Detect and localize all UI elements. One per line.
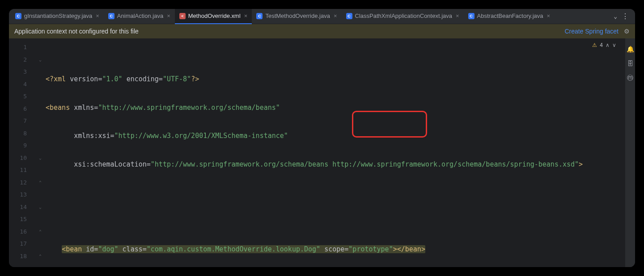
next-highlight-button[interactable]: ∨ <box>612 42 616 48</box>
java-file-icon: C <box>468 13 475 19</box>
line-number: 18 <box>9 250 35 263</box>
close-icon[interactable]: × <box>547 13 551 19</box>
fold-toggle[interactable]: ⌃ <box>35 250 46 263</box>
java-file-icon: C <box>108 13 114 19</box>
code-content[interactable]: ⚠ 4 ∧ ∨ <?xml version="1.0" encoding="UT… <box>46 38 629 267</box>
create-spring-facet-link[interactable]: Create Spring facet <box>564 28 619 35</box>
line-number: 17 <box>9 238 35 250</box>
editor-area[interactable]: 1 2 3 4 5 6 7 8 9 10 11 12 13 14 15 16 1… <box>9 38 635 267</box>
editor-tabbar: C gInstantiationStrategy.java × C Animal… <box>9 9 635 24</box>
right-toolbar: 🔔 🗄 ⓜ <box>625 38 635 267</box>
close-icon[interactable]: × <box>244 13 248 19</box>
code-line[interactable]: <bean id="dog" class="com.aqin.custom.Me… <box>46 243 629 256</box>
tab-animal-action[interactable]: C AnimalAction.java × <box>104 9 175 24</box>
tab-label: TestMethodOverride.java <box>265 13 330 19</box>
line-number: 6 <box>9 103 35 115</box>
line-number: 9 <box>9 139 35 152</box>
close-icon[interactable]: × <box>456 13 459 19</box>
java-file-icon: C <box>346 13 352 19</box>
notifications-tool-icon[interactable]: 🔔 <box>627 46 634 53</box>
line-gutter: 1 2 3 4 5 6 7 8 9 10 11 12 13 14 15 16 1… <box>9 38 35 267</box>
line-number: 10 <box>9 152 35 164</box>
fold-column: ⌄ ⌄ ⌃ ⌄ ⌃ ⌃ <box>35 38 46 267</box>
line-number: 1 <box>9 41 35 54</box>
more-tabs-button[interactable]: ⌄ <box>614 13 617 20</box>
code-line[interactable]: <beans xmlns="http://www.springframework… <box>46 102 629 114</box>
xml-file-icon: < <box>179 13 186 19</box>
line-number: 4 <box>9 78 35 91</box>
java-file-icon: C <box>15 13 21 19</box>
ide-window: C gInstantiationStrategy.java × C Animal… <box>9 9 635 267</box>
line-number: 8 <box>9 127 35 140</box>
fold-toggle[interactable]: ⌄ <box>35 54 46 66</box>
code-line[interactable]: <?xml version="1.0" encoding="UTF-8"?> <box>46 73 629 86</box>
line-number: 14 <box>9 201 35 213</box>
line-number: 16 <box>9 226 35 238</box>
database-tool-icon[interactable]: 🗄 <box>627 60 633 67</box>
tab-label: MethodOverride.xml <box>188 13 241 19</box>
tab-classpath-xml-appcontext[interactable]: C ClassPathXmlApplicationContext.java × <box>342 9 464 24</box>
fold-toggle[interactable]: ⌃ <box>35 226 46 238</box>
line-number: 15 <box>9 213 35 226</box>
fold-toggle[interactable]: ⌄ <box>35 201 46 213</box>
code-line[interactable]: xsi:schemaLocation="http://www.springfra… <box>46 159 629 171</box>
line-number: 7 <box>9 115 35 127</box>
line-number: 2 <box>9 54 35 66</box>
banner-text: Application context not configured for t… <box>14 28 139 35</box>
tab-abstract-bean-factory[interactable]: C AbstractBeanFactory.java × <box>464 9 555 24</box>
maven-tool-icon[interactable]: ⓜ <box>627 74 633 82</box>
line-number: 12 <box>9 176 35 189</box>
prev-highlight-button[interactable]: ∧ <box>606 42 610 48</box>
code-line[interactable] <box>46 187 629 199</box>
tab-method-override-xml[interactable]: < MethodOverride.xml × <box>175 9 252 24</box>
gear-icon[interactable]: ⚙ <box>624 28 630 35</box>
line-number: 11 <box>9 164 35 176</box>
spring-facet-banner: Application context not configured for t… <box>9 24 635 38</box>
inspection-widget[interactable]: ⚠ 4 ∧ ∨ <box>590 41 618 49</box>
close-icon[interactable]: × <box>96 13 99 19</box>
line-number: 3 <box>9 66 35 78</box>
warning-icon: ⚠ <box>592 42 597 48</box>
fold-toggle[interactable]: ⌄ <box>35 152 46 164</box>
java-file-icon: C <box>256 13 263 19</box>
code-line[interactable] <box>46 215 629 228</box>
tab-label: ClassPathXmlApplicationContext.java <box>355 13 453 19</box>
code-line[interactable]: xmlns:xsi="http://www.w3.org/2001/XMLSch… <box>46 130 629 142</box>
close-icon[interactable]: × <box>167 13 170 19</box>
tabbar-right: ⌄ ⋮ <box>609 13 633 20</box>
tab-test-method-override[interactable]: C TestMethodOverride.java × <box>252 9 341 24</box>
tab-instantiation-strategy[interactable]: C gInstantiationStrategy.java × <box>11 9 104 24</box>
tab-label: gInstantiationStrategy.java <box>24 13 92 19</box>
fold-toggle[interactable]: ⌃ <box>35 176 46 189</box>
line-number: 13 <box>9 188 35 201</box>
tab-label: AnimalAction.java <box>117 13 163 19</box>
warning-count: 4 <box>600 42 603 48</box>
close-icon[interactable]: × <box>334 13 337 19</box>
tab-label: AbstractBeanFactory.java <box>477 13 543 19</box>
line-number: 5 <box>9 90 35 103</box>
